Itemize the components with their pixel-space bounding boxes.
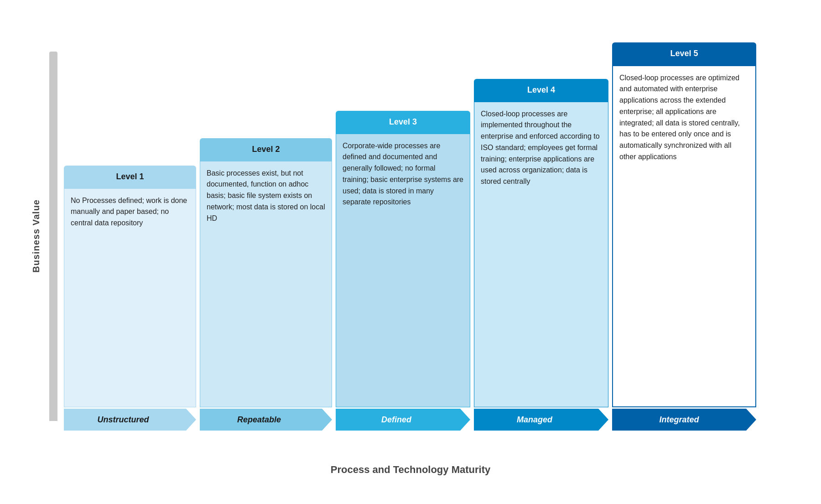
level-1-col: Level 1 No Processes defined; work is do…: [64, 166, 196, 407]
bottom-label-1: Unstructured: [64, 409, 196, 431]
level-2-header: Level 2: [200, 138, 332, 161]
levels-container: Level 1 No Processes defined; work is do…: [64, 42, 798, 407]
bottom-label-4: Managed: [474, 409, 608, 431]
level-5-body: Closed-loop processes are optimized and …: [612, 65, 756, 407]
y-axis-bar: [49, 52, 57, 421]
svg-text:Managed: Managed: [517, 415, 553, 424]
chart-area: Level 1 No Processes defined; work is do…: [64, 42, 798, 448]
svg-text:Defined: Defined: [381, 415, 412, 424]
level-1-header: Level 1: [64, 166, 196, 188]
level-2-body: Basic processes exist, but not documente…: [200, 161, 332, 407]
arrow-label-5-svg: Integrated: [612, 409, 756, 431]
arrow-label-2-svg: Repeatable: [200, 409, 332, 431]
level-2-col: Level 2 Basic processes exist, but not d…: [200, 138, 332, 407]
level-3-col: Level 3 Corporate-wide processes are def…: [336, 111, 470, 407]
level-3-body: Corporate-wide processes are defined and…: [336, 134, 470, 407]
svg-text:Unstructured: Unstructured: [97, 415, 149, 424]
level-5-col: Level 5 Closed-loop processes are optimi…: [612, 42, 756, 407]
arrow-label-3-svg: Defined: [336, 409, 470, 431]
level-4-col: Level 4 Closed-loop processes are implem…: [474, 79, 608, 407]
arrow-label-4-svg: Managed: [474, 409, 608, 431]
svg-text:Repeatable: Repeatable: [237, 415, 281, 424]
level-1-body: No Processes defined; work is done manua…: [64, 188, 196, 407]
bottom-label-5: Integrated: [612, 409, 756, 431]
x-axis-label: Process and Technology Maturity: [331, 464, 490, 476]
bottom-label-3: Defined: [336, 409, 470, 431]
y-axis-label: Business Value: [31, 52, 42, 421]
maturity-chart: Business Value Level 1 No Processes defi…: [23, 29, 798, 476]
bottom-labels-row: Unstructured Repeatable Defined: [64, 407, 798, 432]
level-4-body: Closed-loop processes are implemented th…: [474, 102, 608, 407]
svg-text:Integrated: Integrated: [659, 415, 699, 424]
bottom-label-2: Repeatable: [200, 409, 332, 431]
level-4-header: Level 4: [474, 79, 608, 102]
arrow-label-1-svg: Unstructured: [64, 409, 196, 431]
level-5-header: Level 5: [612, 42, 756, 65]
level-3-header: Level 3: [336, 111, 470, 134]
